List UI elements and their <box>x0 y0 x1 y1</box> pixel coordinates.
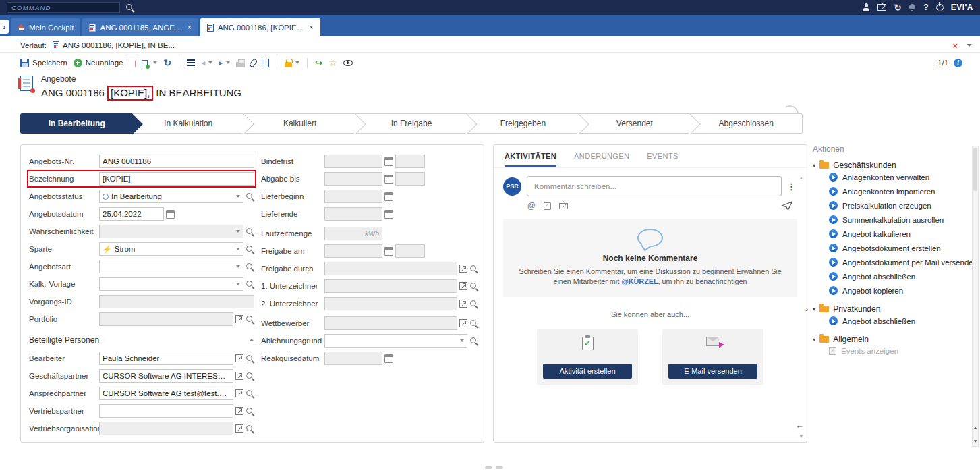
tab-ang-0001186[interactable]: ANG 0001186, [KOPIE... × <box>200 18 320 36</box>
open-record-icon[interactable] <box>235 407 243 415</box>
action-group-geschaeftskunden[interactable]: ▾ Geschäftskunden <box>813 161 977 170</box>
command-search-icon[interactable] <box>125 3 134 12</box>
tree-expander-icon[interactable]: › <box>805 305 808 313</box>
search-icon[interactable] <box>469 282 478 291</box>
sync-icon[interactable]: ↻ <box>894 3 901 12</box>
send-comment-icon[interactable] <box>781 201 793 211</box>
tree-collapse-icon[interactable]: ▾ <box>813 337 815 343</box>
comment-input[interactable] <box>527 176 782 196</box>
refresh-button[interactable]: ↻ <box>163 58 171 67</box>
history-dropdown-icon[interactable] <box>967 44 972 47</box>
calendar-icon[interactable] <box>384 247 393 256</box>
tab-aktivitaeten[interactable]: AKTIVITÄTEN <box>505 152 556 167</box>
vertriebspartner-lookup[interactable] <box>99 404 233 418</box>
action-item[interactable]: Anlagenkonten importieren <box>813 184 977 198</box>
process-step-3[interactable]: Kalkuliert <box>244 113 355 134</box>
save-button[interactable]: Speichern <box>20 59 67 67</box>
navigate-forward-button[interactable]: ▸ <box>219 59 230 67</box>
scroll-down-icon[interactable]: ▼ <box>799 435 803 439</box>
clear-history-icon[interactable]: × <box>952 41 958 50</box>
vorgangs-id-input[interactable] <box>99 295 254 308</box>
back-dropdown-icon[interactable] <box>208 61 212 64</box>
process-step-2[interactable]: In Kalkulation <box>132 113 243 134</box>
freigabe-am-time-input[interactable] <box>395 244 425 258</box>
action-item[interactable]: Angebotsdokument erstellen <box>813 241 977 255</box>
visibility-button[interactable] <box>343 60 353 66</box>
mention-link[interactable]: @KÜRZEL <box>621 277 658 285</box>
calendar-icon[interactable] <box>384 210 393 219</box>
process-step-5[interactable]: Freigegeben <box>467 113 579 134</box>
open-record-icon[interactable] <box>235 354 243 362</box>
attachment-button[interactable] <box>249 58 258 68</box>
tab-events[interactable]: EVENTS <box>647 152 678 167</box>
tree-collapse-icon[interactable]: ▾ <box>813 306 815 312</box>
process-step-7[interactable]: Abgeschlossen <box>691 113 803 134</box>
close-tab-icon[interactable]: × <box>187 24 191 31</box>
calendar-icon[interactable] <box>384 175 393 184</box>
bindefrist-date-input[interactable] <box>324 155 382 168</box>
create-activity-button[interactable]: Aktivität erstellen <box>543 364 632 379</box>
process-step-1[interactable]: In Bearbeitung <box>20 113 132 134</box>
logout-power-icon[interactable] <box>936 4 944 11</box>
notifications-icon[interactable] <box>909 3 916 11</box>
search-icon[interactable] <box>469 319 478 328</box>
portfolio-lookup[interactable] <box>99 312 233 326</box>
reakquisedatum-input[interactable] <box>324 352 382 365</box>
tab-aenderungen[interactable]: ÄNDERUNGEN <box>574 152 629 167</box>
search-icon[interactable] <box>469 300 478 308</box>
collapse-section-icon[interactable] <box>249 339 254 341</box>
dropdown-icon[interactable] <box>236 230 240 233</box>
navigate-back-button[interactable]: ◂ <box>201 59 212 67</box>
search-icon[interactable] <box>246 245 254 254</box>
abgabe-bis-time-input[interactable] <box>395 172 425 186</box>
lieferende-date-input[interactable] <box>324 207 382 221</box>
angebotsstatus-select[interactable]: In Bearbeitung <box>99 190 243 203</box>
process-step-6[interactable]: Versendet <box>579 113 690 134</box>
calendar-icon[interactable] <box>384 354 393 363</box>
mention-icon[interactable]: @ <box>527 202 536 210</box>
dropdown-icon[interactable] <box>236 195 240 198</box>
bezeichnung-input[interactable]: [KOPIE] <box>99 172 254 186</box>
search-icon[interactable] <box>246 262 254 271</box>
bearbeiter-lookup[interactable]: Paula Schneider <box>99 352 233 365</box>
abgabe-bis-date-input[interactable] <box>324 172 382 186</box>
freigabe-durch-lookup[interactable] <box>324 262 457 275</box>
unterzeichner-1-lookup[interactable] <box>324 279 457 293</box>
more-options-icon[interactable]: ⋮ <box>787 182 796 191</box>
command-input[interactable] <box>7 2 120 13</box>
angebots-nr-input[interactable]: ANG 0001186 <box>99 155 254 168</box>
scroll-up-icon[interactable]: ▲ <box>799 176 803 181</box>
open-record-icon[interactable] <box>459 319 467 327</box>
angebotsart-select[interactable] <box>99 260 243 273</box>
dropdown-icon[interactable] <box>236 283 240 285</box>
open-record-icon[interactable] <box>459 300 467 308</box>
action-item[interactable]: Anlagenkonten verwalten <box>813 170 977 184</box>
horizontal-scrollbar-handle[interactable] <box>496 466 503 469</box>
horizontal-scrollbar-handle[interactable] <box>485 466 492 469</box>
angebotsdatum-input[interactable]: 25.04.2022 <box>99 207 164 221</box>
search-icon[interactable] <box>469 265 478 273</box>
wettbewerber-lookup[interactable] <box>324 316 457 330</box>
action-item[interactable]: Angebot kalkulieren <box>813 227 977 241</box>
action-item[interactable]: Preiskalkulation erzeugen <box>813 198 977 213</box>
new-record-button[interactable]: Neuanlage <box>74 59 123 67</box>
process-step-4[interactable]: In Freigabe <box>355 113 467 134</box>
section-beteiligte-personen[interactable]: Beteiligte Personen <box>29 335 254 345</box>
favorite-button[interactable]: ☆ <box>328 58 337 67</box>
action-item[interactable]: Angebot kopieren <box>813 283 977 298</box>
dropdown-icon[interactable] <box>236 248 240 250</box>
search-icon[interactable] <box>246 354 254 363</box>
calendar-icon[interactable] <box>384 157 393 166</box>
collapse-panel-icon[interactable]: ← <box>795 421 804 430</box>
unterzeichner-2-lookup[interactable] <box>324 297 457 310</box>
open-record-icon[interactable] <box>235 389 243 397</box>
vertical-scrollbar[interactable]: ▲ ▼ <box>972 146 979 447</box>
action-group-allgemein[interactable]: ▾ Allgemein <box>813 335 977 344</box>
info-icon[interactable]: i <box>954 59 962 67</box>
dropdown-icon[interactable] <box>460 339 464 342</box>
sparte-select[interactable]: ⚡ Strom <box>99 242 243 256</box>
action-item[interactable]: Angebot abschließen <box>813 269 977 283</box>
search-icon[interactable] <box>469 337 478 345</box>
bindefrist-time-input[interactable] <box>395 155 425 168</box>
vertriebsorganisation-lookup[interactable] <box>99 422 233 435</box>
